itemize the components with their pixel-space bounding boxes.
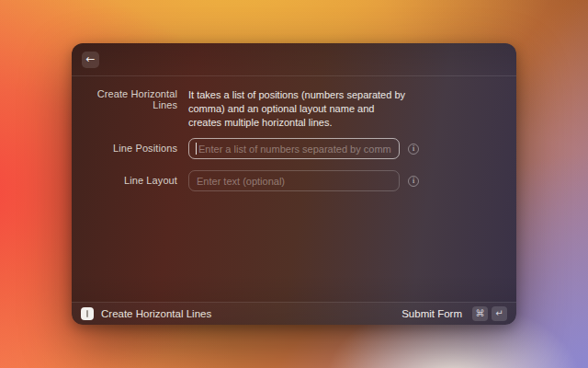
back-button[interactable]: ← bbox=[82, 52, 99, 68]
line-positions-field: i bbox=[188, 138, 419, 159]
line-positions-input-wrap bbox=[188, 138, 400, 159]
submit-form-label: Submit Form bbox=[401, 308, 462, 319]
line-layout-row: Line Layout i bbox=[72, 170, 516, 191]
command-description: It takes a list of positions (numbers se… bbox=[188, 88, 407, 130]
extension-form-window: ← Create Horizontal Lines It takes a lis… bbox=[72, 43, 516, 325]
command-title-label: Create Horizontal Lines bbox=[72, 88, 177, 110]
line-positions-row: Line Positions i bbox=[72, 138, 516, 159]
footer-command-name: Create Horizontal Lines bbox=[101, 308, 211, 319]
line-positions-label: Line Positions bbox=[72, 138, 177, 154]
info-icon[interactable]: i bbox=[408, 176, 419, 187]
footer-bar: Create Horizontal Lines Submit Form ⌘ ↵ bbox=[72, 302, 516, 325]
line-layout-input-wrap bbox=[188, 170, 400, 191]
form-area: Create Horizontal Lines It takes a list … bbox=[72, 76, 516, 302]
desktop-background: ← Create Horizontal Lines It takes a lis… bbox=[0, 0, 588, 368]
command-key-icon: ⌘ bbox=[472, 306, 488, 321]
line-layout-field: i bbox=[188, 170, 419, 191]
info-icon[interactable]: i bbox=[408, 144, 419, 155]
line-layout-label: Line Layout bbox=[72, 170, 177, 186]
line-positions-input[interactable] bbox=[188, 138, 400, 159]
text-caret bbox=[196, 143, 197, 155]
horizontal-lines-command-icon bbox=[81, 307, 94, 320]
enter-key-icon: ↵ bbox=[492, 306, 507, 321]
footer-command-info: Create Horizontal Lines bbox=[81, 307, 211, 320]
submit-form-action[interactable]: Submit Form ⌘ ↵ bbox=[401, 306, 507, 321]
back-arrow-icon: ← bbox=[85, 52, 95, 67]
window-header: ← bbox=[72, 43, 516, 76]
line-layout-input[interactable] bbox=[188, 170, 400, 191]
form-description-row: Create Horizontal Lines It takes a list … bbox=[72, 88, 516, 130]
